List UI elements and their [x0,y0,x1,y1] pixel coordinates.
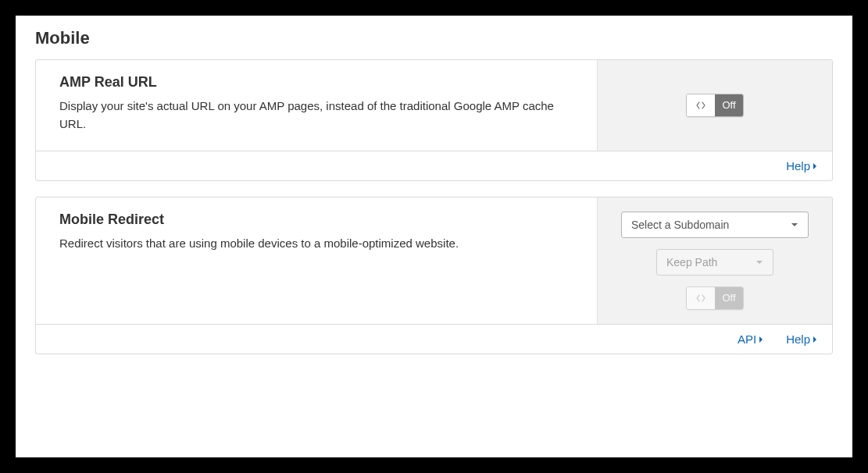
amp-help-link[interactable]: Help [786,159,818,172]
keep-path-select: Keep Path [656,249,773,276]
mobile-redirect-toggle: Off [686,286,744,310]
caret-down-icon [791,222,798,227]
chevron-right-icon [758,333,764,346]
toggle-handle-icon [687,94,715,116]
mobile-redirect-toggle-state: Off [715,287,743,309]
subdomain-select-label: Select a Subdomain [631,219,729,231]
chevron-right-icon [812,159,818,172]
mobile-redirect-api-link[interactable]: API [738,333,764,346]
caret-down-icon [755,260,763,265]
page-title: Mobile [35,28,833,48]
mobile-redirect-description: Redirect visitors that are using mobile … [59,234,573,252]
mobile-redirect-card: Mobile Redirect Redirect visitors that a… [35,197,833,354]
help-label: Help [786,159,810,172]
amp-toggle[interactable]: Off [686,94,744,117]
chevron-right-icon [812,333,818,346]
mobile-redirect-help-link[interactable]: Help [786,333,818,346]
toggle-handle-icon [687,287,715,309]
api-label: API [738,333,756,346]
amp-card: AMP Real URL Display your site's actual … [35,59,833,181]
amp-title: AMP Real URL [59,74,573,91]
mobile-redirect-title: Mobile Redirect [59,212,573,228]
amp-toggle-state: Off [715,94,743,116]
subdomain-select[interactable]: Select a Subdomain [621,212,809,238]
keep-path-label: Keep Path [666,256,717,269]
amp-description: Display your site's actual URL on your A… [59,97,573,133]
help-label: Help [786,333,810,346]
